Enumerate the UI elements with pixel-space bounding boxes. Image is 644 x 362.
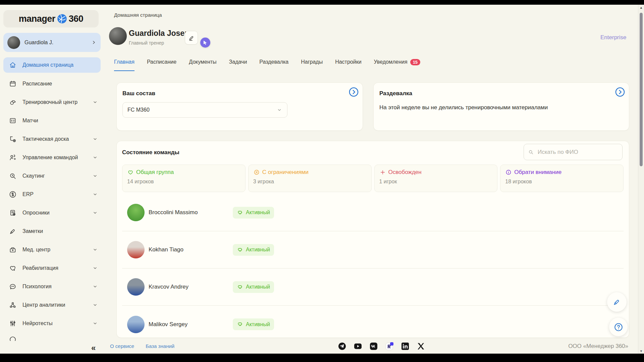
survey-icon <box>9 209 17 217</box>
heart-check-icon <box>237 209 244 216</box>
linkedin-icon[interactable] <box>401 342 409 350</box>
tab-documents[interactable]: Документы <box>189 59 216 71</box>
question-icon <box>613 322 624 332</box>
category-general-group[interactable]: Общая группа 14 игроков <box>122 165 246 192</box>
chevron-down-icon <box>92 302 98 308</box>
sidebar-item-neurotests[interactable]: Нейротесты <box>3 314 101 333</box>
tab-awards[interactable]: Награды <box>301 59 323 71</box>
medkit-icon <box>9 246 17 254</box>
category-attention[interactable]: Обрати внимание 18 игроков <box>500 165 624 192</box>
heart-check-icon <box>237 284 244 291</box>
edit-profile-button[interactable] <box>185 31 198 45</box>
sidebar-item-analytics-center[interactable]: Центр аналитики <box>3 296 101 314</box>
circle-icon <box>9 335 101 341</box>
sidebar-item-training-center[interactable]: Тренировочный центр <box>3 93 101 111</box>
player-avatar <box>127 278 145 296</box>
globe-icon <box>57 14 67 24</box>
whistle-icon <box>9 98 17 106</box>
sidebar-item-tactics-board[interactable]: Тактическая доска <box>3 130 101 148</box>
team-select[interactable]: FC M360 <box>122 102 287 118</box>
sidebar-item-psychology[interactable]: Психология <box>3 277 101 296</box>
sidebar-item-notes[interactable]: Заметки <box>3 222 101 240</box>
category-label: Освобожден <box>388 169 422 176</box>
player-row[interactable]: Broccolini Massimo Активный <box>122 194 624 231</box>
chevron-right-icon <box>91 40 97 45</box>
youtube-icon[interactable] <box>354 342 362 350</box>
tab-settings[interactable]: Настройки <box>335 59 361 71</box>
player-row[interactable]: Kokhan Tiago Активный <box>122 231 624 268</box>
sidebar-item-team-management[interactable]: Управление командой <box>3 148 101 167</box>
plus-icon <box>379 169 386 176</box>
vk-icon[interactable] <box>370 342 378 350</box>
chevron-down-icon <box>92 284 98 289</box>
player-status-badge: Активный <box>233 244 274 256</box>
footer: О сервисе База знаний ООО «Менеджер 3 <box>101 339 638 354</box>
quick-note-button[interactable] <box>607 292 627 312</box>
heart-arrow-icon <box>9 264 17 272</box>
tab-schedule[interactable]: Расписание <box>147 59 176 71</box>
category-excused[interactable]: Освобожден 1 игрок <box>374 165 498 192</box>
player-name: Malikov Sergey <box>149 321 187 328</box>
sidebar-user-card[interactable]: Guardiola J. <box>3 33 101 52</box>
player-status-badge: Активный <box>233 318 274 330</box>
sidebar-collapse-button[interactable]: « <box>91 344 96 352</box>
category-count: 3 игрока <box>253 179 367 185</box>
player-avatar <box>127 241 145 258</box>
scroll-down-icon[interactable]: ▼ <box>638 349 644 353</box>
rutube-icon[interactable] <box>385 342 393 350</box>
arrow-circle-icon[interactable] <box>349 87 359 97</box>
scroll-up-icon[interactable]: ▲ <box>638 6 644 9</box>
sidebar-item-erp[interactable]: ERP <box>3 185 101 203</box>
category-restricted[interactable]: С ограничениями 3 игрока <box>248 165 372 192</box>
help-button[interactable] <box>609 318 628 336</box>
x-icon[interactable] <box>417 342 425 350</box>
molecule-icon <box>9 301 17 309</box>
sidebar-item-home[interactable]: Домашняя страница <box>3 57 101 73</box>
tab-locker-room[interactable]: Раздевалка <box>259 59 288 71</box>
logo-text-360: 360 <box>69 14 84 24</box>
sidebar-item-med-center[interactable]: Мед. центр <box>3 240 101 259</box>
sidebar-item-schedule[interactable]: Расписание <box>3 74 101 93</box>
sidebar-item-matches[interactable]: Матчи <box>3 111 101 130</box>
scrollbar-thumb[interactable] <box>640 13 643 166</box>
app-logo[interactable]: manager 360 <box>3 10 99 27</box>
sidebar-item-label: Домашняя страница <box>22 62 73 68</box>
player-name: Kokhan Tiago <box>149 246 183 253</box>
arrow-circle-icon[interactable] <box>615 87 625 97</box>
sidebar-item-surveys[interactable]: Опросники <box>3 203 101 222</box>
tab-label: Раздевалка <box>259 59 288 65</box>
tab-label: Уведомления <box>374 59 408 65</box>
breadcrumb[interactable]: Домашняя страница <box>114 12 162 18</box>
profile-avatar <box>109 27 127 45</box>
player-search[interactable] <box>524 144 623 160</box>
tab-label: Задачи <box>229 59 247 65</box>
company-label: ООО «Менеджер 360» <box>568 343 638 350</box>
sidebar-item-clipped <box>3 335 101 341</box>
sidebar-item-label: Мед. центр <box>22 247 50 253</box>
player-status-label: Активный <box>246 284 270 290</box>
pencil-icon <box>188 35 195 41</box>
sidebar-item-scouting[interactable]: Скаутинг <box>3 167 101 185</box>
knowledge-base-link[interactable]: База знаний <box>146 343 174 349</box>
search-input[interactable] <box>537 148 615 156</box>
player-row[interactable]: Kravcov Andrey Активный <box>122 268 624 306</box>
tab-label: Награды <box>301 59 323 65</box>
chevron-down-icon <box>92 191 98 197</box>
mouse-cursor-overlay <box>200 38 210 48</box>
profile-role: Главный тренер <box>129 40 164 46</box>
player-row[interactable]: Malikov Sergey Активный <box>122 306 624 338</box>
heart-check-icon <box>237 246 244 253</box>
info-icon <box>505 169 512 176</box>
sidebar-item-label: Тренировочный центр <box>22 99 77 105</box>
sidebar-item-rehabilitation[interactable]: Реабилитация <box>3 259 101 277</box>
dollar-circle-icon <box>9 190 17 198</box>
scrollbar[interactable]: ▲ ▼ <box>638 5 644 354</box>
telegram-icon[interactable] <box>338 342 346 350</box>
tab-notifications[interactable]: Уведомления 15 <box>374 59 421 71</box>
about-service-link[interactable]: О сервисе <box>110 343 134 349</box>
tab-main[interactable]: Главная <box>114 59 135 71</box>
player-status-label: Активный <box>246 247 270 253</box>
squad-card: Ваш состав FC M360 <box>116 82 363 131</box>
tab-tasks[interactable]: Задачи <box>229 59 247 71</box>
sidebar-item-label: Матчи <box>22 118 38 124</box>
